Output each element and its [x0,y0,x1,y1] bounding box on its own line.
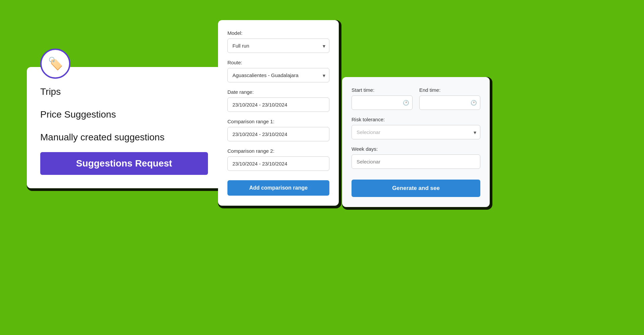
model-field-group: Model: Full run ▾ [227,30,329,53]
risk-tolerance-select-wrapper: Selecionar ▾ [352,125,480,139]
generate-and-see-button[interactable]: Generate and see [352,180,480,197]
end-time-wrapper: 🕐 [419,95,480,110]
route-label: Route: [227,60,329,65]
date-range-field-group: Date range: [227,89,329,112]
comparison-range-2-field-group: Comparison range 2: [227,148,329,171]
model-label: Model: [227,30,329,36]
start-time-wrapper: 🕐 [352,95,413,110]
right-card: Start time: 🕐 End time: 🕐 Risk tolerance… [342,77,490,207]
route-field-group: Route: Aguascalientes - Guadalajara ▾ [227,60,329,82]
comparison-range-2-label: Comparison range 2: [227,148,329,154]
comparison-range-1-input[interactable] [227,127,329,141]
start-time-label: Start time: [352,87,413,93]
end-time-group: End time: 🕐 [419,87,480,110]
comparison-range-2-input[interactable] [227,156,329,171]
week-days-field-group: Week days: [352,146,480,169]
model-select-wrapper: Full run ▾ [227,39,329,53]
week-days-label: Week days: [352,146,480,152]
middle-card: Model: Full run ▾ Route: Aguascalientes … [218,20,339,206]
time-row: Start time: 🕐 End time: 🕐 [352,87,480,110]
comparison-range-1-field-group: Comparison range 1: [227,119,329,141]
risk-tolerance-select[interactable]: Selecionar [352,125,480,139]
route-select[interactable]: Aguascalientes - Guadalajara [227,68,329,82]
sidebar-item-trips[interactable]: Trips [40,80,208,103]
end-time-label: End time: [419,87,480,93]
end-time-input[interactable] [419,95,480,110]
week-days-input[interactable] [352,154,480,169]
date-range-input[interactable] [227,97,329,112]
add-comparison-button[interactable]: Add comparison range [227,180,329,196]
comparison-range-1-label: Comparison range 1: [227,119,329,124]
sidebar-item-price-suggestions[interactable]: Price Suggestions [40,103,208,126]
start-time-group: Start time: 🕐 [352,87,413,110]
logo-circle: 🏷️ [40,49,70,79]
price-tag-icon: 🏷️ [48,57,63,71]
sidebar-item-manually-created[interactable]: Manually created suggestions [40,126,208,149]
risk-tolerance-label: Risk tolerance: [352,117,480,122]
route-select-wrapper: Aguascalientes - Guadalajara ▾ [227,68,329,82]
risk-tolerance-field-group: Risk tolerance: Selecionar ▾ [352,117,480,139]
left-card: 🏷️ Trips Price Suggestions Manually crea… [27,67,221,188]
model-select[interactable]: Full run [227,39,329,53]
date-range-label: Date range: [227,89,329,95]
sidebar-item-suggestions-request[interactable]: Suggestions Request [40,152,208,175]
start-time-input[interactable] [352,95,413,110]
